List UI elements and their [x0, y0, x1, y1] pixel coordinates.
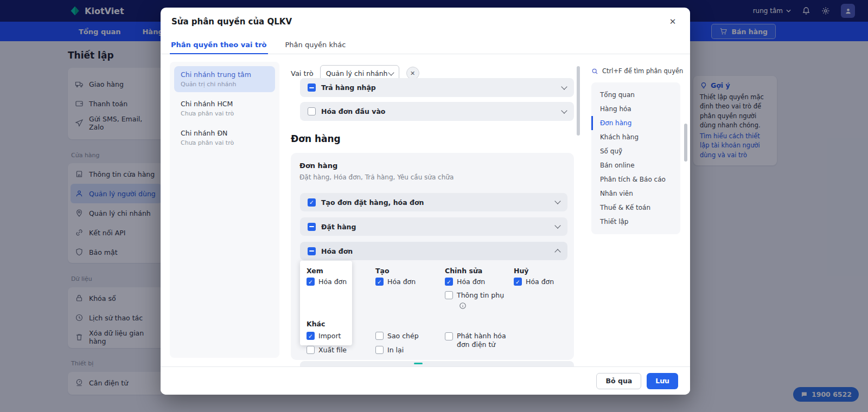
tab-phan-quyen-khac[interactable]: Phân quyền khác	[284, 36, 347, 54]
section-title-don-hang: Đơn hàng	[291, 133, 341, 144]
modal-quick-nav: Tổng quan Hàng hóa Đơn hàng Khách hàng S…	[591, 82, 680, 234]
grid-header-tao: Tạo	[375, 267, 390, 275]
perm-create-in-lai[interactable]: In lại	[375, 346, 404, 355]
branch-item-dn[interactable]: Chi nhánh ĐN Chưa phân vai trò	[174, 125, 275, 151]
group-label-khac: Khác	[307, 320, 325, 328]
skip-button[interactable]: Bỏ qua	[596, 373, 641, 389]
quicknav-don-hang[interactable]: Đơn hàng	[591, 116, 680, 130]
perm-label: Hóa đơn	[387, 278, 416, 286]
perm-create-sao-chep[interactable]: Sao chép	[375, 332, 419, 340]
perm-label: Hóa đơn	[526, 278, 554, 286]
chevron-down-icon	[554, 222, 560, 228]
perm-label: Xuất file	[318, 346, 347, 355]
checkbox[interactable]	[445, 332, 453, 340]
accordion-label: Hóa đơn	[321, 247, 353, 255]
perm-label: Hóa đơn	[318, 278, 347, 286]
perm-label: Sao chép	[387, 332, 419, 340]
quicknav-phan-tich[interactable]: Phân tích & Báo cáo	[591, 172, 680, 186]
quicknav-tong-quan[interactable]: Tổng quan	[591, 88, 680, 102]
modal-tabs: Phân quyền theo vai trò Phân quyền khác	[161, 36, 690, 54]
next-accordion-sliver	[300, 361, 574, 366]
checkbox[interactable]	[375, 346, 384, 354]
quicknav-ban-online[interactable]: Bán online	[591, 158, 680, 172]
accordion-label: Hóa đơn đầu vào	[321, 107, 385, 115]
edit-permissions-modal: Sửa phân quyền của QLKV ✕ Phân quyền the…	[161, 8, 690, 395]
modal-footer: Bỏ qua Lưu	[161, 366, 690, 395]
modal-scrollbar[interactable]	[684, 124, 687, 162]
grid-header-chinh-sua: Chỉnh sửa	[445, 267, 482, 275]
perm-label: Hóa đơn	[457, 278, 485, 286]
role-label: Vai trò	[291, 69, 314, 78]
card-subtitle: Đặt hàng, Hóa đơn, Trả hàng, Yêu cầu sửa…	[299, 173, 454, 181]
quicknav-so-quy[interactable]: Số quỹ	[591, 144, 680, 158]
grid-header-huy: Huỷ	[514, 267, 529, 275]
close-icon[interactable]: ✕	[666, 15, 679, 28]
modal-title: Sửa phân quyền của QLKV	[171, 17, 292, 27]
role-select-value: Quản lý chi nhánh	[326, 69, 388, 78]
chevron-up-icon	[554, 249, 560, 255]
accordion-hoa-don-dau-vao[interactable]: Hóa đơn đầu vào	[300, 102, 574, 121]
branch-name: Chi nhánh ĐN	[181, 129, 269, 137]
perm-edit-phat-hanh[interactable]: Phát hành hóa đơn điện tử	[445, 332, 514, 349]
chevron-down-icon	[388, 69, 394, 75]
checkbox[interactable]	[307, 346, 315, 354]
perm-view-import[interactable]: Import	[307, 332, 341, 340]
save-button[interactable]: Lưu	[647, 373, 678, 389]
checkbox[interactable]	[514, 278, 522, 286]
screen: KiotViet rung tâm Tổng quan Hàng hóa	[0, 0, 868, 412]
checkbox-tao-don[interactable]	[308, 198, 316, 207]
checkbox-tra-hang-nhap[interactable]	[308, 83, 316, 92]
content-scrollbar[interactable]	[577, 66, 580, 136]
chevron-down-icon	[561, 107, 567, 113]
quicknav-hang-hoa[interactable]: Hàng hóa	[591, 102, 680, 116]
modal-header: Sửa phân quyền của QLKV ✕	[161, 8, 690, 36]
search-hint-text: Ctrl+F để tìm phân quyền	[602, 67, 683, 75]
accordion-label: Tạo đơn đặt hàng, hóa đơn	[321, 198, 424, 207]
branch-list: Chi nhánh trung tâm Quản trị chi nhánh C…	[170, 62, 279, 358]
perm-view-xuat-file[interactable]: Xuất file	[307, 346, 347, 355]
branch-name: Chi nhánh trung tâm	[181, 70, 269, 79]
checkbox-hoa-don[interactable]	[308, 247, 316, 255]
perm-edit-hoa-don[interactable]: Hóa đơn	[445, 278, 485, 286]
hoa-don-permission-grid: Xem Tạo Chỉnh sửa Huỷ Hóa đơn Hóa đơn H	[300, 261, 567, 358]
perm-label: In lại	[387, 346, 404, 355]
checkbox[interactable]	[445, 291, 453, 299]
quicknav-nhan-vien[interactable]: Nhân viên	[591, 186, 680, 201]
perm-edit-thong-tin-phu[interactable]: Thông tin phụ	[445, 291, 504, 300]
quicknav-khach-hang[interactable]: Khách hàng	[591, 130, 680, 144]
perm-label: Import	[318, 332, 341, 340]
tab-phan-quyen-theo-vai-tro[interactable]: Phân quyền theo vai trò	[170, 36, 268, 54]
checkbox[interactable]	[445, 278, 453, 286]
accordion-label: Đặt hàng	[321, 223, 356, 231]
permissions-panel: Vai trò Quản lý chi nhánh ✕ Trả hàng nhậ…	[291, 60, 580, 366]
checkbox[interactable]	[307, 278, 315, 286]
don-hang-card: Đơn hàng Đặt hàng, Hóa đơn, Trả hàng, Yê…	[291, 153, 574, 360]
grid-header-xem: Xem	[307, 267, 323, 275]
perm-view-hoa-don[interactable]: Hóa đơn	[307, 278, 347, 286]
quicknav-thiet-lap[interactable]: Thiết lập	[591, 215, 680, 229]
search-icon	[591, 68, 598, 75]
branch-role: Chưa phân vai trò	[181, 139, 269, 146]
quicknav-thue-ke-toan[interactable]: Thuế & Kế toán	[591, 201, 680, 215]
chevron-down-icon	[554, 198, 560, 204]
teal-indicator	[414, 363, 423, 364]
branch-item-trung-tam[interactable]: Chi nhánh trung tâm Quản trị chi nhánh	[174, 66, 275, 92]
info-icon[interactable]	[459, 302, 467, 310]
checkbox[interactable]	[307, 332, 315, 340]
perm-create-hoa-don[interactable]: Hóa đơn	[375, 278, 416, 286]
checkbox[interactable]	[375, 278, 384, 286]
checkbox[interactable]	[375, 332, 384, 340]
branch-name: Chi nhánh HCM	[181, 100, 269, 108]
accordion-hoa-don[interactable]: Hóa đơn	[300, 242, 567, 260]
chevron-down-icon	[561, 83, 567, 89]
perm-label: Phát hành hóa đơn điện tử	[457, 332, 514, 349]
branch-role: Quản trị chi nhánh	[181, 81, 269, 88]
search-hint: Ctrl+F để tìm phân quyền	[591, 67, 689, 75]
checkbox-hoa-don-dau-vao[interactable]	[308, 107, 316, 115]
accordion-dat-hang[interactable]: Đặt hàng	[300, 217, 567, 236]
branch-item-hcm[interactable]: Chi nhánh HCM Chưa phân vai trò	[174, 95, 275, 121]
accordion-tra-hang-nhap[interactable]: Trả hàng nhập	[300, 78, 574, 97]
checkbox-dat-hang[interactable]	[308, 223, 316, 231]
accordion-tao-don[interactable]: Tạo đơn đặt hàng, hóa đơn	[300, 193, 567, 211]
perm-cancel-hoa-don[interactable]: Hóa đơn	[514, 278, 554, 286]
